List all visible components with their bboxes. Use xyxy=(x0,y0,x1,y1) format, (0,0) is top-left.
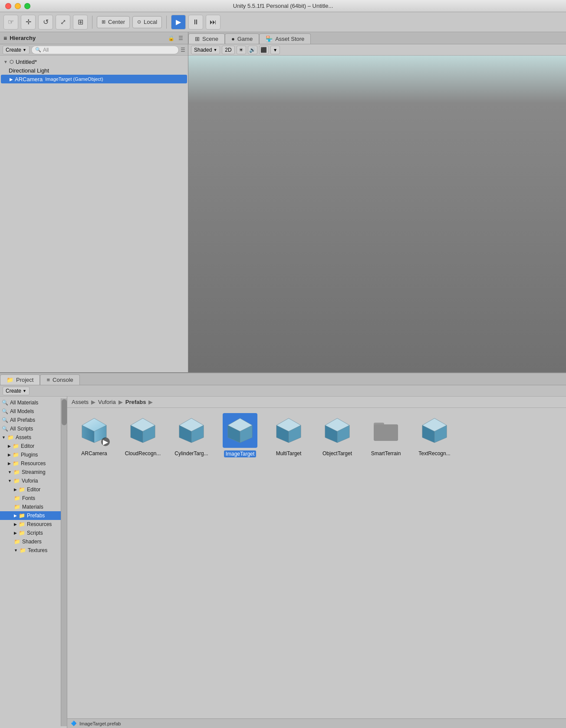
center-pivot-button[interactable]: ⊞ Center xyxy=(97,16,130,28)
breadcrumb-assets[interactable]: Assets xyxy=(72,399,89,405)
sidebar-favorite-prefabs[interactable]: 🔍 All Prefabs xyxy=(0,416,61,424)
sidebar-vuforia-fonts[interactable]: 📁 Fonts xyxy=(0,494,61,503)
local-global-button[interactable]: ⊙ Local xyxy=(132,16,162,28)
hierarchy-options-icon[interactable]: ☰ xyxy=(181,47,185,53)
maximize-button[interactable] xyxy=(24,3,30,9)
asset-imagetarget[interactable]: ImageTarget xyxy=(218,413,262,457)
titlebar: Unity 5.5.1f1 Personal (64bit) – Untitle… xyxy=(0,0,566,12)
asset-cloudrecogn[interactable]: CloudRecogn... xyxy=(121,413,165,457)
sidebar-vuforia-scripts[interactable]: ▶ 📁 Scripts xyxy=(0,529,61,537)
hierarchy-panel-icons: 🔒 ☰ xyxy=(167,34,184,42)
scene-label: Untitled* xyxy=(16,59,37,65)
top-section: ≡ Hierarchy 🔒 ☰ Create ▼ 🔍 All ☰ xyxy=(0,32,566,373)
tab-scene[interactable]: ⊞ Scene xyxy=(188,33,225,44)
sidebar-scroll-content: 🔍 All Materials 🔍 All Models 🔍 All Prefa… xyxy=(0,398,61,726)
asset-arcamera[interactable]: ▶ ARCamera xyxy=(72,413,116,457)
sidebar-vuforia-editor[interactable]: ▶ 📁 Editor xyxy=(0,485,61,494)
sidebar-vuforia-materials[interactable]: 📁 Materials xyxy=(0,503,61,511)
minimize-button[interactable] xyxy=(15,3,21,9)
project-toolbar: Create ▼ xyxy=(0,385,566,397)
folder-icon-vuforia-editor: 📁 xyxy=(19,486,25,493)
sidebar-vuforia-textures[interactable]: ▼ 📁 Textures xyxy=(0,546,61,555)
asset-textrecogn[interactable]: TextRecogn... xyxy=(413,413,456,457)
hierarchy-menu-icon[interactable]: ☰ xyxy=(177,34,184,42)
rotate-tool-button[interactable]: ↺ xyxy=(38,15,53,30)
sidebar-favorite-models[interactable]: 🔍 All Models xyxy=(0,407,61,416)
sidebar-scrollbar[interactable] xyxy=(61,398,67,726)
vuforia-textures-arrow-icon: ▼ xyxy=(14,548,18,553)
breadcrumb-vuforia[interactable]: Vuforia xyxy=(98,399,116,405)
vuforia-prefabs-arrow-icon: ▶ xyxy=(14,513,17,518)
move-tool-button[interactable]: ✛ xyxy=(21,15,36,30)
resources-arrow-icon: ▶ xyxy=(8,461,11,466)
effects-icon-button[interactable]: ▾ xyxy=(270,46,280,54)
plugins-label: Plugins xyxy=(21,452,38,458)
bottom-section: 📁 Project ≡ Console Create ▼ xyxy=(0,373,566,728)
search-icon-models: 🔍 xyxy=(2,408,8,414)
folder-icon-resources: 📁 xyxy=(13,460,19,467)
hierarchy-create-button[interactable]: Create ▼ xyxy=(3,46,30,54)
folder-icon-plugins: 📁 xyxy=(13,452,19,458)
sidebar-assets-root[interactable]: ▼ 📁 Assets xyxy=(0,433,61,442)
pause-button[interactable]: ⏸ xyxy=(188,15,203,30)
project-create-arrow-icon: ▼ xyxy=(23,389,26,393)
editor-label: Editor xyxy=(21,443,34,449)
step-button[interactable]: ⏭ xyxy=(206,15,220,30)
hierarchy-lock-icon[interactable]: 🔒 xyxy=(167,34,175,42)
scene-viewport[interactable] xyxy=(188,56,566,372)
tab-console[interactable]: ≡ Console xyxy=(40,374,79,385)
asset-multitarget[interactable]: MultiTarget xyxy=(267,413,310,457)
hierarchy-arcamera[interactable]: ▶ ARCamera ImageTarget (GameObject) xyxy=(1,75,187,83)
multitarget-asset-label: MultiTarget xyxy=(276,450,302,457)
sidebar-favorite-materials[interactable]: 🔍 All Materials xyxy=(0,398,61,407)
search-icon: 🔍 xyxy=(2,400,8,406)
all-scripts-label: All Scripts xyxy=(10,426,33,432)
vuforia-scripts-arrow-icon: ▶ xyxy=(14,531,17,535)
display-icon-button[interactable]: ⬛ xyxy=(259,46,269,54)
breadcrumb-prefabs[interactable]: Prefabs xyxy=(125,399,146,405)
audio-icon-button[interactable]: 🔊 xyxy=(248,46,257,54)
sidebar-vuforia-resources[interactable]: ▶ 📁 Resources xyxy=(0,520,61,529)
window-title: Unity 5.5.1f1 Personal (64bit) – Untitle… xyxy=(233,3,333,9)
streaming-arrow-icon: ▼ xyxy=(8,470,12,474)
tab-game[interactable]: ● Game xyxy=(225,33,259,44)
fonts-label: Fonts xyxy=(22,495,35,501)
rect-tool-button[interactable]: ⊞ xyxy=(73,15,88,30)
center-label: Center xyxy=(108,19,125,25)
breadcrumb-sep-3: ▶ xyxy=(148,399,153,405)
tab-asset-store[interactable]: 🏪 Asset Store xyxy=(259,33,311,44)
hierarchy-directional-light[interactable]: Directional Light xyxy=(0,66,188,75)
hand-tool-button[interactable]: ☞ xyxy=(3,15,18,30)
asset-smartterrain[interactable]: SmartTerrain xyxy=(364,413,408,457)
cylindertarg-asset-label: CylinderTarg... xyxy=(174,450,208,457)
sidebar-scrollbar-thumb[interactable] xyxy=(62,399,67,425)
sidebar-vuforia-shaders[interactable]: 📁 Shaders xyxy=(0,537,61,546)
sidebar-editor[interactable]: ▶ 📁 Editor xyxy=(0,442,61,450)
project-create-label: Create xyxy=(6,388,21,394)
asset-objecttarget[interactable]: ObjectTarget xyxy=(316,413,359,457)
breadcrumb: Assets ▶ Vuforia ▶ Prefabs ▶ xyxy=(67,397,566,408)
asset-cylindertarg[interactable]: CylinderTarg... xyxy=(170,413,213,457)
folder-icon-textures: 📁 xyxy=(20,547,26,553)
sidebar-vuforia[interactable]: ▼ 📁 Vuforia xyxy=(0,477,61,485)
sidebar-favorite-scripts[interactable]: 🔍 All Scripts xyxy=(0,424,61,433)
shading-dropdown[interactable]: Shaded ▼ xyxy=(191,46,220,54)
scale-tool-button[interactable]: ⤢ xyxy=(56,15,70,30)
2d-toggle[interactable]: 2D xyxy=(222,46,234,54)
sidebar-plugins[interactable]: ▶ 📁 Plugins xyxy=(0,450,61,459)
project-create-button[interactable]: Create ▼ xyxy=(3,387,30,395)
sun-icon-button[interactable]: ☀ xyxy=(237,46,246,54)
close-button[interactable] xyxy=(5,3,11,9)
sidebar-streaming[interactable]: ▼ 📁 Streaming xyxy=(0,468,61,477)
play-button[interactable]: ▶ xyxy=(171,15,186,30)
textrecogn-icon xyxy=(417,413,452,448)
breadcrumb-sep-2: ▶ xyxy=(118,399,123,405)
sidebar-vuforia-prefabs[interactable]: ▶ 📁 Prefabs xyxy=(0,511,61,520)
sidebar-resources[interactable]: ▶ 📁 Resources xyxy=(0,459,61,468)
shading-label: Shaded xyxy=(194,47,212,53)
hierarchy-scene-item[interactable]: ▼ ⬡ Untitled* xyxy=(0,57,188,66)
scene-tab-label: Scene xyxy=(202,36,218,42)
vuforia-label: Vuforia xyxy=(22,478,38,484)
hierarchy-search-placeholder: All xyxy=(43,47,49,53)
tab-project[interactable]: 📁 Project xyxy=(0,374,40,385)
